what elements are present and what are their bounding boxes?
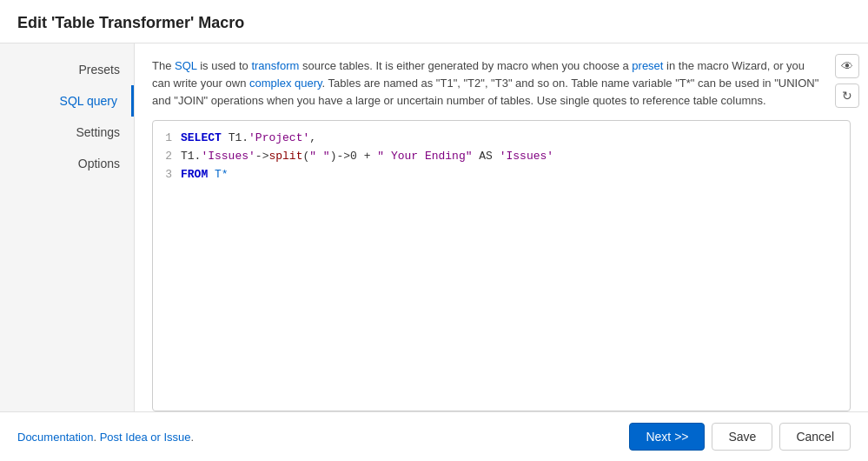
sidebar-item-presets[interactable]: Presets: [0, 54, 134, 85]
description-text: The SQL is used to transform source tabl…: [135, 57, 868, 120]
transform-link[interactable]: transform: [251, 59, 299, 72]
complex-query-link[interactable]: complex query: [249, 77, 322, 90]
sidebar: Presets SQL query Settings Options: [0, 43, 135, 411]
code-line-1: SELECT T1.'Project',: [181, 130, 850, 148]
cancel-button[interactable]: Cancel: [779, 423, 851, 451]
footer: Documentation. Post Idea or Issue. Next …: [0, 411, 868, 461]
save-button[interactable]: Save: [712, 423, 772, 451]
documentation-link[interactable]: Documentation: [17, 431, 93, 444]
next-button[interactable]: Next >>: [629, 423, 705, 451]
code-lines: SELECT T1.'Project', T1.'Issues'->split(…: [181, 130, 850, 402]
panel-icons: 👁 ↻: [835, 54, 859, 108]
footer-links: Documentation. Post Idea or Issue.: [17, 431, 194, 444]
footer-separator: .: [93, 431, 99, 444]
code-line-2: T1.'Issues'->split(" ")->0 + " Your Endi…: [181, 148, 850, 166]
sidebar-item-sql-query[interactable]: SQL query: [0, 85, 134, 117]
sidebar-item-options[interactable]: Options: [0, 148, 134, 179]
footer-buttons: Next >> Save Cancel: [629, 423, 851, 451]
header: Edit 'Table Transformer' Macro: [0, 0, 868, 43]
refresh-icon-button[interactable]: ↻: [835, 84, 859, 108]
code-editor-wrapper: 1 2 3 SELECT T1.'Project', T1.'Issues'->…: [152, 120, 851, 411]
eye-icon: 👁: [841, 59, 853, 73]
refresh-icon: ↻: [842, 89, 852, 103]
sql-link[interactable]: SQL: [175, 59, 197, 72]
page-title: Edit 'Table Transformer' Macro: [17, 14, 851, 32]
line-numbers: 1 2 3: [153, 130, 181, 402]
preset-link[interactable]: preset: [632, 59, 663, 72]
eye-icon-button[interactable]: 👁: [835, 54, 859, 78]
sidebar-item-settings[interactable]: Settings: [0, 117, 134, 148]
code-line-3: FROM T*: [181, 166, 850, 184]
right-panel: 👁 ↻ The SQL is used to transform source …: [135, 43, 868, 411]
main-content: Presets SQL query Settings Options 👁 ↻ T…: [0, 43, 868, 411]
post-idea-link[interactable]: Post Idea or Issue: [100, 431, 191, 444]
code-editor[interactable]: 1 2 3 SELECT T1.'Project', T1.'Issues'->…: [153, 121, 850, 411]
